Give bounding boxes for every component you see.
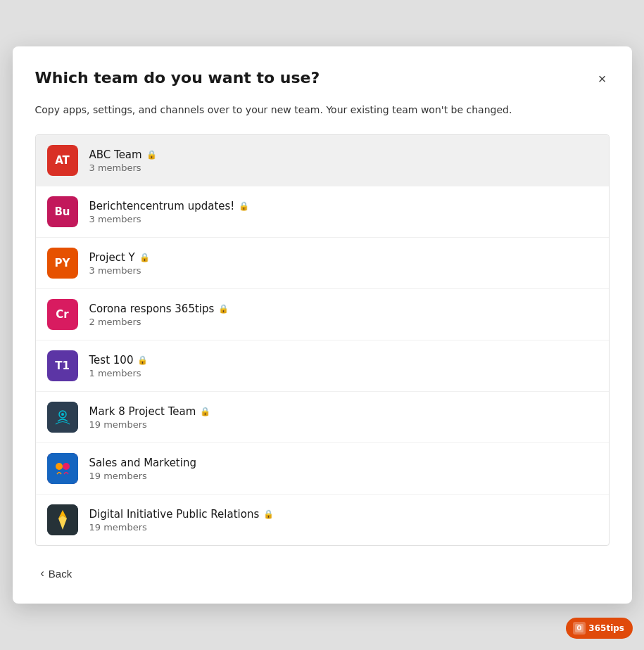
team-info: Sales and Marketing19 members: [89, 457, 598, 481]
svg-point-4: [56, 463, 63, 470]
back-arrow-icon: ‹: [41, 567, 44, 580]
team-members-count: 3 members: [89, 162, 598, 173]
team-members-count: 19 members: [89, 522, 598, 533]
team-info: Project Y🔒3 members: [89, 251, 598, 276]
svg-point-5: [63, 463, 70, 470]
team-item[interactable]: CrCorona respons 365tips🔒2 members: [36, 289, 609, 340]
modal-description: Copy apps, settings, and channels over t…: [35, 103, 610, 117]
team-item[interactable]: Sales and Marketing19 members: [36, 443, 609, 495]
team-name-text: Digital Initiative Public Relations: [89, 508, 260, 521]
lock-icon: 🔒: [239, 201, 249, 211]
modal-dialog: Which team do you want to use? × Copy ap…: [13, 46, 632, 604]
svg-point-2: [61, 413, 64, 416]
modal-footer: ‹ Back: [35, 560, 610, 584]
team-name-text: Mark 8 Project Team: [89, 405, 196, 418]
team-name: Corona respons 365tips🔒: [89, 302, 598, 315]
team-info: Digital Initiative Public Relations🔒19 m…: [89, 508, 598, 533]
lock-icon: 🔒: [200, 407, 210, 416]
team-info: Corona respons 365tips🔒2 members: [89, 302, 598, 327]
team-members-count: 1 members: [89, 368, 598, 378]
team-info: Berichtencentrum updates!🔒3 members: [89, 200, 598, 224]
modal-header: Which team do you want to use? ×: [35, 69, 610, 89]
team-name: Berichtencentrum updates!🔒: [89, 200, 598, 212]
svg-text:O: O: [577, 625, 582, 632]
team-item[interactable]: T1Test 100🔒1 members: [36, 340, 609, 392]
team-avatar: T1: [47, 350, 78, 381]
lock-icon: 🔒: [218, 304, 229, 314]
lock-icon: 🔒: [137, 355, 148, 365]
team-item[interactable]: Mark 8 Project Team🔒19 members: [36, 392, 609, 443]
team-item[interactable]: PYProject Y🔒3 members: [36, 238, 609, 289]
team-info: Mark 8 Project Team🔒19 members: [89, 405, 598, 430]
badge-365tips: O 365tips: [566, 618, 633, 639]
team-members-count: 19 members: [89, 471, 598, 481]
back-label: Back: [49, 568, 72, 580]
team-item[interactable]: Digital Initiative Public Relations🔒19 m…: [36, 495, 609, 545]
team-avatar: PY: [47, 248, 78, 279]
team-avatar: [47, 453, 78, 484]
team-members-count: 3 members: [89, 265, 598, 276]
close-button[interactable]: ×: [595, 69, 610, 89]
team-members-count: 2 members: [89, 317, 598, 327]
team-name: Mark 8 Project Team🔒: [89, 405, 598, 418]
team-members-count: 3 members: [89, 214, 598, 224]
svg-rect-3: [47, 453, 78, 484]
team-avatar: Cr: [47, 299, 78, 330]
team-name: Project Y🔒: [89, 251, 598, 264]
team-info: ABC Team🔒3 members: [89, 148, 598, 173]
team-name-text: Corona respons 365tips: [89, 302, 215, 315]
team-info: Test 100🔒1 members: [89, 354, 598, 378]
team-name-text: Project Y: [89, 251, 135, 264]
team-avatar: [47, 402, 78, 433]
lock-icon: 🔒: [263, 509, 274, 519]
back-button[interactable]: ‹ Back: [35, 563, 78, 584]
team-avatar: [47, 504, 78, 535]
modal-title: Which team do you want to use?: [35, 69, 320, 87]
office-icon: O: [573, 622, 586, 635]
team-name-text: Berichtencentrum updates!: [89, 200, 235, 212]
team-item[interactable]: BuBerichtencentrum updates!🔒3 members: [36, 186, 609, 238]
team-name: Test 100🔒: [89, 354, 598, 367]
team-members-count: 19 members: [89, 419, 598, 430]
team-name: Digital Initiative Public Relations🔒: [89, 508, 598, 521]
team-name: Sales and Marketing: [89, 457, 598, 469]
team-name-text: Sales and Marketing: [89, 457, 196, 469]
team-name: ABC Team🔒: [89, 148, 598, 161]
badge-label: 365tips: [588, 623, 624, 633]
team-avatar: Bu: [47, 196, 78, 227]
lock-icon: 🔒: [146, 150, 157, 160]
lock-icon: 🔒: [139, 253, 150, 262]
team-name-text: Test 100: [89, 354, 134, 367]
team-item[interactable]: ATABC Team🔒3 members: [36, 135, 609, 186]
team-avatar: AT: [47, 145, 78, 176]
team-name-text: ABC Team: [89, 148, 142, 161]
modal-overlay: Which team do you want to use? × Copy ap…: [0, 0, 644, 650]
svg-rect-0: [47, 402, 78, 433]
team-list: ATABC Team🔒3 membersBuBerichtencentrum u…: [35, 134, 610, 546]
